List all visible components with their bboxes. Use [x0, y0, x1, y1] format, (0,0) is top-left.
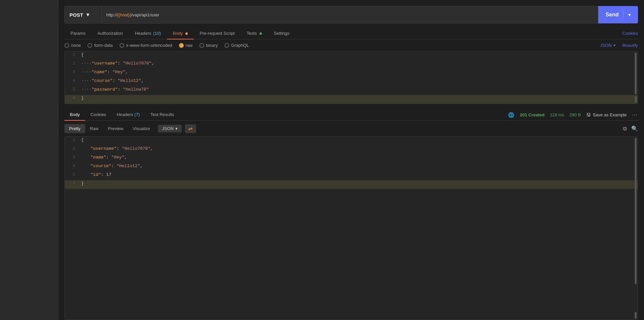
tab-tests[interactable]: Tests — [241, 28, 268, 39]
request-code-lines: 1 { 2 ····"username": "Hello7070", 3 ···… — [65, 51, 638, 104]
req-content-2: ····"username": "Hello7070", — [80, 61, 638, 66]
send-button[interactable]: Send ▾ — [598, 6, 638, 23]
save-example-button[interactable]: 🖫 Save as Example — [586, 112, 627, 117]
resp-tab-cookies[interactable]: Cookies — [85, 109, 112, 120]
save-icon: 🖫 — [586, 112, 591, 117]
method-dropdown[interactable]: POST ▾ — [64, 6, 101, 23]
tab-prerequest[interactable]: Pre-request Script — [194, 28, 241, 39]
req-linenum-3: 3 — [65, 70, 80, 75]
tab-params[interactable]: Params — [64, 28, 92, 39]
tab-headers[interactable]: Headers (10) — [129, 28, 167, 39]
response-format-bar: Pretty Raw Preview Visualize JSON ▾ ⇌ ⧉ … — [64, 124, 638, 133]
resp-content-4: "course": "Hello12", — [80, 164, 638, 169]
resp-json-label: JSON — [162, 126, 174, 131]
resp-json-chevron-icon: ▾ — [175, 126, 178, 131]
radio-graphql[interactable]: GraphQL — [224, 43, 249, 48]
response-body-editor[interactable]: 1 { 2 "username": "Hello7070", 3 "name":… — [64, 136, 638, 320]
json-format-chevron-icon: ▾ — [613, 43, 616, 48]
req-linenum-5: 5 — [65, 87, 80, 92]
cookies-link[interactable]: Cookies — [622, 28, 638, 39]
radio-raw[interactable]: raw — [179, 43, 193, 48]
wrap-lines-button[interactable]: ⇌ — [185, 124, 196, 133]
format-pretty[interactable]: Pretty — [64, 124, 85, 133]
radio-binary[interactable]: binary — [199, 43, 218, 48]
tests-dot — [260, 32, 262, 35]
radio-none-label: none — [71, 43, 81, 48]
radio-graphql-label: GraphQL — [231, 43, 249, 48]
radio-urlencoded[interactable]: x-www-form-urlencoded — [120, 43, 172, 48]
resp-line-1: 1 { — [65, 137, 638, 145]
wrap-icon: ⇌ — [188, 126, 193, 132]
req-content-4: ····"course": "Hello12", — [80, 78, 638, 83]
body-type-bar: none form-data x-www-form-urlencoded raw… — [64, 43, 638, 48]
radio-formdata-label: form-data — [94, 43, 113, 48]
req-line-5: 5 ····"password": "hellow70" — [65, 86, 638, 95]
method-label: POST — [69, 12, 83, 18]
send-chevron-icon: ▾ — [628, 12, 631, 17]
req-content-5: ····"password": "hellow70" — [80, 87, 638, 92]
resp-content-5: "id": 17 — [80, 172, 638, 177]
format-raw[interactable]: Raw — [85, 124, 103, 133]
resp-linenum-4: 4 — [65, 164, 80, 169]
radio-none[interactable]: none — [64, 43, 81, 48]
req-line-6: 6 } — [65, 95, 638, 104]
radio-formdata[interactable]: form-data — [88, 43, 113, 48]
response-size: 290 B — [570, 112, 581, 117]
tab-authorization[interactable]: Authorization — [92, 28, 129, 39]
copy-icon[interactable]: ⧉ — [623, 126, 627, 132]
main-content: POST ▾ http://{{host}}/vapi/api1/user Se… — [58, 0, 644, 320]
resp-tab-body[interactable]: Body — [64, 109, 85, 120]
resp-line-4: 4 "course": "Hello12", — [65, 163, 638, 172]
req-line-1: 1 { — [65, 51, 638, 60]
response-json-dropdown[interactable]: JSON ▾ — [158, 125, 182, 132]
search-icon[interactable]: 🔍 — [631, 125, 638, 132]
resp-line-3: 3 "name": "Hey", — [65, 154, 638, 163]
request-body-editor[interactable]: 1 { 2 ····"username": "Hello7070", 3 ···… — [64, 51, 638, 104]
request-tab-bar: Params Authorization Headers (10) Body P… — [64, 28, 638, 39]
more-options-icon[interactable]: ⋯ — [632, 112, 638, 118]
format-visualize[interactable]: Visualize — [128, 124, 155, 133]
response-area: Body Cookies Headers (7) Test Results 🌐 … — [58, 109, 644, 320]
tab-body[interactable]: Body — [167, 28, 194, 39]
editor-scrollbar-bottom[interactable] — [635, 96, 637, 103]
send-label: Send — [606, 12, 619, 18]
resp-linenum-1: 1 — [65, 137, 80, 142]
req-line-4: 4 ····"course": "Hello12", — [65, 78, 638, 86]
radio-raw-circle — [179, 43, 184, 48]
radio-urlencoded-label: x-www-form-urlencoded — [126, 43, 172, 48]
radio-binary-circle — [199, 43, 204, 48]
body-dot — [185, 32, 188, 35]
url-host: {{host}} — [117, 12, 131, 17]
resp-linenum-2: 2 — [65, 146, 80, 151]
url-input[interactable]: http://{{host}}/vapi/api1/user — [101, 6, 598, 23]
resp-tab-headers[interactable]: Headers (7) — [112, 109, 145, 120]
radio-urlencoded-circle — [120, 43, 124, 48]
req-linenum-1: 1 — [65, 52, 80, 57]
radio-raw-label: raw — [186, 43, 193, 48]
url-prefix: http:// — [106, 12, 117, 17]
editor-scrollbar[interactable] — [635, 52, 637, 94]
send-divider — [623, 11, 624, 19]
method-chevron-icon: ▾ — [87, 12, 89, 18]
beautify-button[interactable]: Beautify — [622, 43, 638, 48]
req-content-6: } — [80, 96, 638, 101]
format-preview[interactable]: Preview — [103, 124, 128, 133]
resp-tab-testresults[interactable]: Test Results — [145, 109, 179, 120]
resp-linenum-5: 5 — [65, 172, 80, 177]
globe-icon: 🌐 — [508, 112, 514, 118]
tab-settings[interactable]: Settings — [268, 28, 296, 39]
response-tab-bar: Body Cookies Headers (7) Test Results 🌐 … — [64, 109, 638, 121]
resp-line-5: 5 "id": 17 — [65, 172, 638, 180]
response-action-icons: ⧉ 🔍 — [623, 125, 638, 132]
resp-editor-scrollbar[interactable] — [635, 138, 637, 284]
json-format-label: JSON — [600, 43, 612, 48]
radio-none-circle — [64, 43, 69, 48]
req-linenum-2: 2 — [65, 61, 80, 66]
resp-editor-scrollbar-bottom[interactable] — [635, 312, 637, 319]
req-line-3: 3 ····"name": "Hey", — [65, 69, 638, 78]
resp-linenum-3: 3 — [65, 155, 80, 160]
radio-formdata-circle — [88, 43, 92, 48]
json-format-dropdown[interactable]: JSON ▾ — [600, 43, 616, 48]
save-example-label: Save as Example — [593, 112, 627, 117]
resp-linenum-6: 6 — [65, 181, 80, 186]
